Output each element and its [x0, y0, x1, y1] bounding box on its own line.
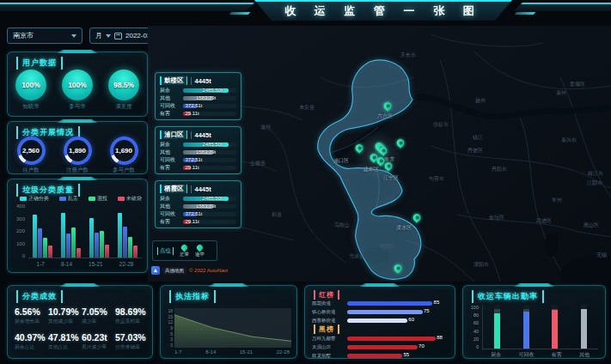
map-label-惠山区: 惠山区: [584, 221, 599, 229]
row-bar: 1583.79t: [183, 204, 236, 209]
gauge-row: 100% 知晓率 100% 参与率 98.5% 满意度: [8, 70, 147, 111]
panel-red-black-lists: 红榜 雨花街道 85 铁心桥街道 75 西善桥街道 60 黑榜 万科九都荟 88…: [304, 285, 455, 359]
pin-icon: [196, 243, 205, 252]
row-value: 1583.79t: [196, 203, 216, 209]
enforcement-area-chart: [174, 308, 290, 348]
row-bar: 70: [347, 345, 448, 349]
pin-icon: [180, 243, 189, 252]
row-label: 有害: [160, 164, 180, 172]
gauge-value: 98.5%: [108, 70, 139, 100]
header-slash-right: [515, 12, 535, 15]
map-point-legend: 点位 正常 途中: [152, 240, 217, 261]
stat-other-reduction: 10.79%其他减少率: [46, 303, 80, 329]
row-label: 雨花街道: [312, 300, 345, 306]
row-bar: 60: [347, 318, 448, 323]
bar-乱丢-15-21: [95, 233, 99, 258]
map-label-天长市: 天长市: [400, 52, 416, 59]
page-title: 收 运 监 管 一 张 图: [284, 3, 482, 19]
map-label-江阴市: 江阴市: [587, 179, 602, 187]
map-label-来安县: 来安县: [299, 104, 315, 112]
map-label-常州: 常州: [552, 197, 562, 204]
row-value: 88: [437, 335, 443, 340]
panel-enforcement: 执法指标 1815 129 63 0 1-78-14 15-2122-28: [160, 285, 297, 359]
x-axis: 厨余可回收 有害其他: [482, 351, 598, 359]
app-header: 收 运 监 管 一 张 图: [0, 0, 611, 24]
map-label-和县: 和县: [272, 211, 282, 219]
black-list-row: 双龙别墅 55: [312, 352, 448, 359]
district-card-gulou[interactable]: 鼓楼区 4445t 厨余 2485.50t 其他 1583.79t 可回收 37…: [155, 72, 241, 120]
map-canvas[interactable]: 天长市来安县滁州全椒县和县马鞍山当涂县博望区六合区浦口区南京建邺区江宁区溧水区扬…: [148, 26, 611, 282]
row-label: 铁心桥街道: [312, 309, 345, 315]
gauge-label: 知晓率: [22, 103, 40, 111]
bar-混投-15-21: [100, 231, 104, 258]
district-card-pukou[interactable]: 浦口区 4445t 厨余 2485.50t 其他 1583.79t 可回收 37…: [155, 126, 241, 174]
bar-乱丢-1-7: [38, 228, 42, 258]
row-label: 有害: [160, 110, 180, 118]
red-list-row: 雨花街道 85: [312, 300, 448, 306]
row-value: 1583.79t: [196, 149, 216, 155]
city-select[interactable]: 南京市: [7, 27, 82, 44]
row-value: 29.11t: [185, 219, 199, 224]
amap-logo-icon: [151, 266, 160, 275]
ring-participating: 1,690 参与户数: [110, 136, 138, 174]
amap-brand: 高德地图: [162, 267, 186, 275]
panel-title: 分类成效: [16, 290, 63, 303]
row-value: 85: [434, 300, 440, 305]
dashboard: 收 运 监 管 一 张 图 南京市 月 2022-03: [0, 0, 611, 364]
map-label-博望区: 博望区: [379, 243, 394, 251]
row-value: 2485.50t: [202, 88, 222, 93]
district-card-qixia[interactable]: 栖霞区 4445t 厨余 2485.50t 其他 1583.79t 可回收 37…: [155, 180, 241, 228]
panel-vehicle-attendance: 收运车辆出勤率 10080 6040 200 厨余可回收 有害其他: [462, 285, 606, 359]
district-name: 鼓楼区: [160, 76, 187, 85]
date-value: 2022-03: [125, 32, 150, 39]
row-label: 可回收: [160, 210, 180, 218]
legend-label: 正常: [180, 252, 189, 258]
bar-hazardous: [552, 305, 558, 349]
row-label: 厨余: [160, 141, 180, 149]
row-bar: 2485.50t: [183, 88, 236, 93]
gauge-value: 100%: [15, 70, 46, 100]
district-card-header: 鼓楼区 4445t: [160, 76, 236, 85]
row-label: 可回收: [160, 102, 180, 110]
chevron-down-icon: [106, 34, 111, 38]
row-value: 60: [408, 317, 414, 322]
ring-label: 参与户数: [113, 167, 135, 174]
row-bar: 2485.50t: [183, 197, 236, 201]
row-bar: 85: [347, 301, 448, 306]
row-label: 厨余: [160, 87, 180, 94]
row-label: 可回收: [160, 156, 180, 164]
bar-group-1-7: [33, 203, 52, 258]
ring-registered: 1,890 注册户数: [64, 136, 92, 174]
row-label: 万科九都荟: [312, 336, 345, 342]
card-row: 有害 29.11t: [160, 110, 236, 118]
stat-kitchen-growth: 6.56%厨余增长率: [13, 303, 46, 329]
panel-classification-status: 分类开展情况 2,560 住户数 1,890 注册户数 1,690 参与户数: [7, 121, 148, 174]
row-bar: 1583.79t: [183, 150, 236, 155]
map-label-泰州: 泰州: [556, 89, 566, 97]
card-row: 可回收 372.51t: [160, 102, 236, 110]
map-label-浦口区: 浦口区: [333, 157, 349, 165]
map-label-仪征市: 仪征市: [433, 121, 449, 129]
bar-group-8-14: [61, 203, 81, 258]
row-label: 双龙别墅: [312, 353, 345, 359]
header-slash-left: [229, 12, 250, 15]
row-value: 75: [424, 308, 430, 313]
bar-recyclable: [523, 305, 529, 349]
map-label-靖江市: 靖江市: [588, 170, 603, 178]
y-axis: 400300 200100 0: [11, 203, 25, 258]
gauge-label: 满意度: [115, 103, 132, 111]
stat-reduction: 7.05%减少率: [80, 303, 113, 329]
map-label-马鞍山: 马鞍山: [334, 221, 350, 229]
bar-other: [581, 305, 587, 349]
row-value: 70: [419, 343, 425, 349]
stat-other-share: 47.81%其他占比: [46, 329, 80, 355]
panel-effectiveness: 分类成效 6.56%厨余增长率 10.79%其他减少率 7.05%减少率 98.…: [7, 285, 153, 359]
black-list-row: 万科九都荟 88: [312, 335, 448, 342]
stat-accuracy: 57.03%分类准确率: [113, 329, 147, 355]
chart-legend: 正确分类 乱丢 混投 未破袋: [20, 195, 142, 203]
map-label-丹阳市: 丹阳市: [492, 166, 507, 173]
period-unit-value: 月: [95, 31, 102, 40]
city-select-value: 南京市: [13, 31, 34, 40]
map-label-建邺区: 建邺区: [364, 166, 379, 173]
map-label-丹徒区: 丹徒区: [467, 147, 483, 155]
